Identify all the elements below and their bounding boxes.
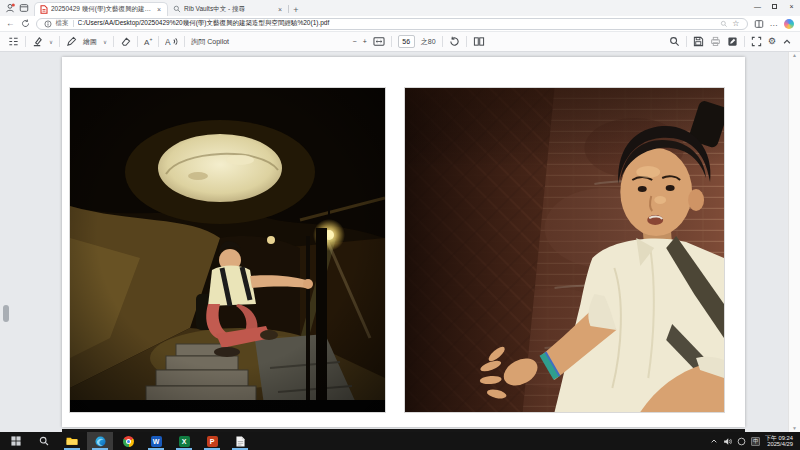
vertical-scrollbar[interactable]: ▲ ▼ (788, 52, 800, 432)
window-controls: — × (749, 0, 800, 13)
search-icon (173, 5, 181, 13)
search-icon (39, 436, 49, 446)
taskbar-word[interactable]: W (143, 432, 169, 450)
chevron-down-icon[interactable]: ∨ (103, 39, 107, 45)
split-screen-icon[interactable] (754, 19, 764, 29)
document-icon (236, 436, 245, 447)
excel-icon: X (179, 436, 190, 447)
read-aloud-icon[interactable]: A (165, 36, 178, 47)
divider (25, 36, 26, 47)
settings-gear-icon[interactable]: ⚙ (768, 37, 776, 46)
tab-close-icon[interactable]: × (277, 6, 283, 13)
reader-icon[interactable] (720, 20, 728, 28)
start-button[interactable] (3, 432, 29, 450)
save-icon[interactable] (693, 36, 704, 47)
eraser-icon[interactable] (120, 36, 131, 47)
taskbar-excel[interactable]: X (171, 432, 197, 450)
tab-strip: 20250429 幾何(學)文藝復興的建築造型與空間經驗 × Rib Vault… (0, 0, 800, 16)
page-number-input[interactable] (398, 35, 415, 48)
taskbar-document-app[interactable] (227, 432, 253, 450)
system-tray: 中 下午 09:24 2025/4/29 (710, 435, 797, 448)
copilot-icon[interactable] (784, 19, 794, 29)
divider (442, 36, 443, 47)
tunnel-photo (70, 88, 385, 412)
pdf-page (62, 57, 745, 427)
table-of-contents-icon[interactable] (8, 36, 19, 47)
refresh-icon[interactable] (21, 19, 30, 28)
toolbar-left-group: ∨ 繪圖 ∨ A+ A 詢問 Copilot (8, 36, 229, 47)
scroll-down-arrow[interactable]: ▼ (792, 426, 797, 431)
pdf-document-icon (40, 5, 48, 14)
ime-indicator[interactable]: 中 (751, 437, 760, 446)
address-input[interactable]: 檔案 C:/Users/AA/Desktop/20250429%20幾何(學)文… (36, 18, 748, 30)
scroll-up-arrow[interactable]: ▲ (792, 53, 797, 58)
taskbar-file-explorer[interactable] (59, 432, 85, 450)
url-text: C:/Users/AA/Desktop/20250429%20幾何(學)文藝復興… (78, 19, 717, 28)
toolbar-zoom-page-group: − + 之80 (353, 35, 485, 48)
print-icon[interactable] (710, 36, 721, 47)
minimize-button[interactable]: — (749, 0, 766, 13)
restore-button[interactable] (766, 0, 783, 13)
tray-status-icon[interactable] (737, 437, 746, 446)
page-total-label: 之80 (421, 37, 436, 47)
tab-title: 20250429 幾何(學)文藝復興的建築造型與空間經驗 (51, 5, 153, 14)
brick-wall-photo (405, 88, 724, 412)
windows-logo-icon (11, 436, 21, 446)
svg-text:A: A (165, 38, 171, 47)
taskbar-edge[interactable] (87, 432, 113, 450)
pdf-viewer: ▲ ▼ (0, 52, 800, 432)
tab-search[interactable]: Rib Vaults中文 - 搜尋 × (168, 2, 288, 16)
taskbar-chrome[interactable] (115, 432, 141, 450)
clock-date: 2025/4/29 (765, 441, 793, 448)
browser-corner-controls (4, 0, 34, 16)
fullscreen-icon[interactable] (751, 36, 762, 47)
back-button[interactable]: ← (6, 19, 15, 28)
tunnel-photo-image (70, 88, 385, 412)
file-explorer-icon (66, 436, 78, 446)
close-button[interactable]: × (783, 0, 800, 13)
page-view-icon[interactable] (473, 36, 485, 47)
add-text-icon[interactable]: A+ (144, 36, 152, 47)
divider (391, 36, 392, 47)
workspaces-icon[interactable] (19, 3, 29, 13)
hide-toolbar-chevron-icon[interactable] (782, 37, 792, 47)
new-tab-button[interactable]: + (289, 5, 303, 15)
rotate-icon[interactable] (449, 36, 460, 47)
edge-browser-window: 20250429 幾何(學)文藝復興的建築造型與空間經驗 × Rib Vault… (0, 0, 800, 450)
scrollbar-thumb[interactable] (3, 305, 9, 322)
divider (137, 36, 138, 47)
zoom-in-icon[interactable]: + (363, 38, 367, 45)
divider (184, 36, 185, 47)
volume-icon[interactable] (723, 437, 732, 446)
edit-signature-icon[interactable] (727, 36, 738, 47)
fit-to-width-icon[interactable] (373, 36, 385, 47)
divider (59, 36, 60, 47)
taskbar-powerpoint[interactable]: P (199, 432, 225, 450)
divider (73, 20, 74, 27)
info-icon[interactable] (44, 20, 52, 28)
ask-copilot-button[interactable]: 詢問 Copilot (191, 37, 229, 47)
taskbar-clock[interactable]: 下午 09:24 2025/4/29 (765, 435, 793, 448)
chevron-down-icon[interactable]: ∨ (49, 39, 53, 45)
restore-icon (772, 4, 777, 9)
zoom-out-icon[interactable]: − (353, 38, 357, 45)
draw-pen-icon[interactable] (66, 36, 77, 47)
file-scheme-label: 檔案 (56, 19, 69, 28)
search-document-icon[interactable] (669, 36, 680, 47)
tray-expand-chevron-icon[interactable] (710, 437, 718, 445)
tab-close-icon[interactable]: × (156, 6, 162, 13)
highlighter-icon[interactable] (32, 36, 43, 47)
tab-pdf[interactable]: 20250429 幾何(學)文藝復興的建築造型與空間經驗 × (34, 2, 168, 16)
divider (466, 36, 467, 47)
taskbar-search-button[interactable] (31, 432, 57, 450)
draw-label[interactable]: 繪圖 (83, 37, 97, 47)
address-bar-row: ← 檔案 C:/Users/AA/Desktop/20250429%20幾何(學… (0, 16, 800, 32)
more-menu-icon[interactable]: … (770, 19, 779, 28)
word-icon: W (151, 436, 162, 447)
pdf-toolbar: ∨ 繪圖 ∨ A+ A 詢問 Copilot − + (0, 32, 800, 52)
profile-icon[interactable] (5, 3, 15, 13)
edge-icon (95, 436, 106, 447)
bookmark-star-icon[interactable]: ☆ (732, 19, 739, 28)
windows-taskbar: W X P 中 (0, 432, 800, 450)
brick-wall-photo-image (405, 88, 724, 412)
